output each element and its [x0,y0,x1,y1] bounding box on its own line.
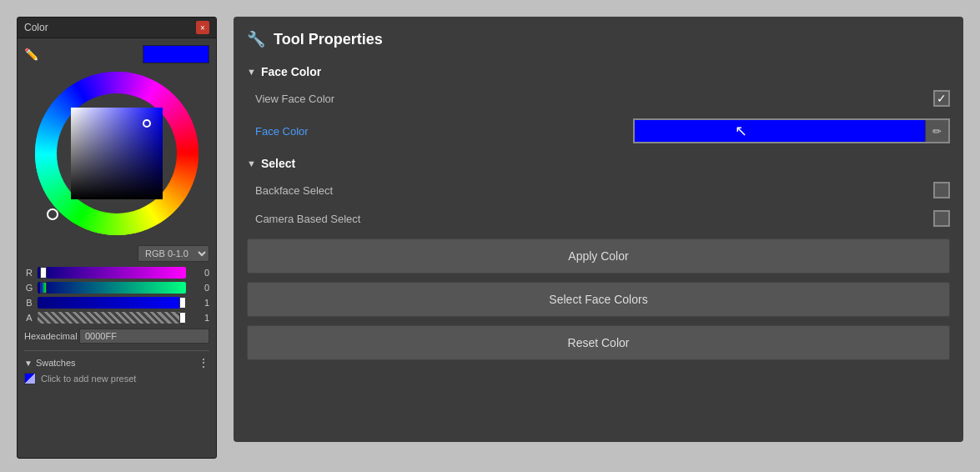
select-face-colors-button[interactable]: Select Face Colors [247,282,950,317]
face-color-collapse-icon: ▼ [247,67,256,77]
select-section-title: Select [261,157,295,170]
color-mode-select[interactable]: RGB 0-1.0 RGB 0-255 HSV HSL Hex [138,245,209,262]
close-button[interactable]: × [196,21,209,34]
sv-square[interactable] [71,108,163,199]
eyedropper-row: ✏️ [24,45,209,63]
select-collapse-icon: ▼ [247,158,256,168]
select-section-header: ▼ Select [247,157,950,170]
view-face-color-row: View Face Color [247,90,950,107]
sv-square-inner [71,108,163,199]
tool-header: 🔧 Tool Properties [247,30,950,48]
b-value: 1 [189,298,209,308]
view-face-color-label: View Face Color [255,93,334,105]
swatches-title-row: ▼ Swatches [24,358,76,368]
r-value: 0 [189,268,209,278]
face-color-row: Face Color ↖ ✏ [247,118,950,143]
tool-title: Tool Properties [274,31,383,48]
swatches-menu-icon[interactable]: ⋮ [198,356,209,369]
color-preview-box[interactable] [143,45,209,63]
eyedropper-icon[interactable]: ✏️ [24,48,38,61]
face-color-label: Face Color [255,125,309,138]
add-preset-row[interactable]: Click to add new preset [24,373,209,384]
r-slider[interactable] [38,267,186,279]
backface-select-row: Backface Select [247,182,950,198]
r-label: R [24,268,34,278]
tool-properties-panel: 🔧 Tool Properties ▼ Face Color View Face… [234,17,963,442]
a-slider[interactable] [38,312,186,324]
camera-based-select-label: Camera Based Select [255,213,360,225]
g-thumb [40,282,47,294]
a-value: 1 [189,313,209,323]
face-color-display[interactable] [635,120,925,142]
b-slider-row: B 1 [24,297,209,309]
color-panel-body: ✏️ RGB 0-1.0 RGB 0-255 HSV HSL Hex [18,38,216,391]
face-color-input-wrapper[interactable]: ↖ ✏ [633,118,950,143]
camera-based-select-checkbox[interactable] [933,210,950,227]
swatches-section: ▼ Swatches ⋮ Click to add new preset [24,350,209,384]
color-panel-titlebar: Color × [18,18,216,38]
a-label: A [24,313,34,323]
backface-select-label: Backface Select [255,184,333,197]
add-preset-swatch [24,373,36,384]
hex-row: Hexadecimal [24,329,209,344]
add-preset-text: Click to add new preset [41,374,136,384]
g-label: G [24,283,34,293]
swatches-title: Swatches [36,358,76,368]
view-face-color-checkbox[interactable] [933,90,950,107]
color-wheel-container[interactable] [33,70,200,237]
backface-select-checkbox[interactable] [933,182,950,198]
r-thumb [40,267,47,279]
face-color-section-title: Face Color [261,65,321,78]
camera-based-select-row: Camera Based Select [247,210,950,227]
apply-color-button[interactable]: Apply Color [247,239,950,274]
wrench-icon: 🔧 [247,30,265,48]
face-color-eyedropper-button[interactable]: ✏ [925,120,948,142]
r-slider-row: R 0 [24,267,209,279]
color-picker-panel: Color × ✏️ RGB 0-1.0 RGB 0-255 HSV HSL [17,17,217,459]
g-slider[interactable] [38,282,186,294]
a-slider-row: A 1 [24,312,209,324]
g-value: 0 [189,283,209,293]
hex-label: Hexadecimal [24,331,74,341]
g-slider-row: G 0 [24,282,209,294]
a-thumb [179,312,186,324]
b-thumb [179,297,186,309]
sv-indicator [143,119,151,128]
color-panel-title: Color [24,22,48,33]
face-color-section-header: ▼ Face Color [247,65,950,78]
swatches-collapse-icon: ▼ [24,359,33,368]
b-label: B [24,298,34,308]
swatches-header[interactable]: ▼ Swatches ⋮ [24,356,209,369]
hex-input[interactable] [79,329,209,344]
b-slider[interactable] [38,297,186,309]
color-mode-row: RGB 0-1.0 RGB 0-255 HSV HSL Hex [24,245,209,262]
reset-color-button[interactable]: Reset Color [247,325,950,360]
